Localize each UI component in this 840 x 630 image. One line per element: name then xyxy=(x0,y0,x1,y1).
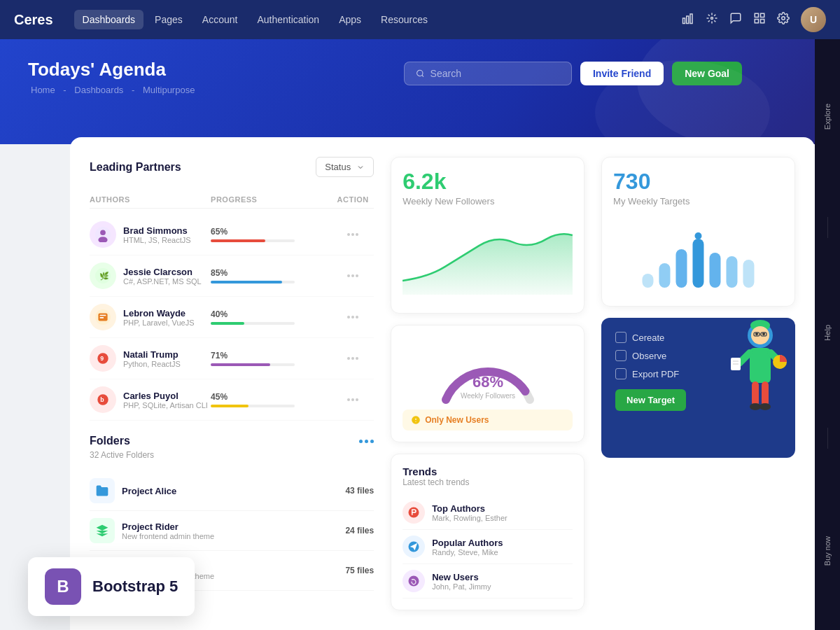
avatar[interactable]: U xyxy=(801,7,826,32)
action-dots[interactable] xyxy=(332,396,374,404)
partner-info: b Carles Puyol PHP, SQLite, Artisan CLI xyxy=(90,386,211,413)
trend-desc: John, Pat, Jimmy xyxy=(432,582,491,591)
right-side-panel: Explore Help Buy now xyxy=(815,39,840,630)
action-dots[interactable] xyxy=(332,354,374,363)
buy-now-label[interactable]: Buy now xyxy=(823,536,832,566)
promo-option-observe: Observe xyxy=(615,350,781,361)
progress-bar-bg xyxy=(211,405,295,407)
progress-bar-bg xyxy=(211,322,295,325)
partner-details: Brad Simmons HTML, JS, ReactJS xyxy=(123,225,191,244)
trend-desc: Mark, Rowling, Esther xyxy=(432,514,507,522)
folders-dots[interactable] xyxy=(359,440,374,443)
breadcrumb-dashboards[interactable]: Dashboards xyxy=(74,85,123,95)
telegram-icon xyxy=(407,540,420,553)
weekly-followers-card: 6.2k Weekly New Followers xyxy=(391,157,584,314)
avatar-icon xyxy=(95,227,111,242)
svg-rect-12 xyxy=(755,13,758,17)
status-label: Status xyxy=(325,162,351,172)
partner-info: 🌿 Jessie Clarcson C#, ASP.NET, MS SQL xyxy=(90,262,211,289)
trends-subtitle: Latest tech trends xyxy=(402,477,573,487)
folder-info: Project Alice xyxy=(90,478,176,503)
trend-desc: Randy, Steve, Mike xyxy=(432,548,503,556)
checkbox-icon xyxy=(615,332,626,343)
promo-option-create: Cereate xyxy=(615,332,781,343)
progress-bar-bg xyxy=(211,239,295,242)
avatar-icon: 9 xyxy=(95,351,111,366)
table-header: Authors Progress Action xyxy=(90,191,374,209)
invite-friend-button[interactable]: Invite Friend xyxy=(580,62,664,85)
folder-files: 75 files xyxy=(345,566,374,575)
search-input[interactable] xyxy=(430,68,560,79)
status-dropdown[interactable]: Status xyxy=(316,157,374,177)
help-label[interactable]: Help xyxy=(823,325,832,341)
warning-icon xyxy=(411,415,421,425)
gauge-wrapper: 68% Weekly Followers xyxy=(402,337,573,407)
search-bar[interactable] xyxy=(404,62,572,85)
breadcrumb: Home - Dashboards - Multipurpose xyxy=(28,85,812,95)
progress-bar-fill xyxy=(211,239,265,242)
search-icon xyxy=(416,69,425,78)
trend-name: Popular Authors xyxy=(432,538,503,548)
nav-item-account[interactable]: Account xyxy=(194,10,246,29)
partner-skills: HTML, JS, ReactJS xyxy=(123,236,191,244)
nav-item-dashboards[interactable]: Dashboards xyxy=(74,10,144,29)
folder-icon xyxy=(90,518,115,543)
leading-partners-title: Leading Partners xyxy=(90,161,181,174)
svg-point-16 xyxy=(782,17,785,20)
svg-rect-26 xyxy=(100,315,106,316)
svg-line-18 xyxy=(422,75,424,76)
nav-item-authentication[interactable]: Authentication xyxy=(248,10,328,29)
nav-item-apps[interactable]: Apps xyxy=(330,10,370,29)
svg-rect-45 xyxy=(693,239,704,288)
action-dots[interactable] xyxy=(332,230,374,239)
svg-rect-0 xyxy=(683,18,685,24)
chevron-down-icon xyxy=(356,163,365,172)
gauge-card: 68% Weekly Followers Only New Users xyxy=(391,325,584,442)
progress-pct: 71% xyxy=(211,351,332,360)
bootstrap-icon: B xyxy=(45,568,81,605)
partner-avatar: 🌿 xyxy=(90,262,116,289)
partner-details: Lebron Wayde PHP, Laravel, VueJS xyxy=(123,308,195,327)
folder-info: Project Rider New frontend admin theme xyxy=(90,518,214,543)
folder-icon xyxy=(90,478,115,503)
grid-icon[interactable] xyxy=(753,12,766,27)
breadcrumb-home[interactable]: Home xyxy=(31,85,55,95)
progress-section: 40% xyxy=(211,309,332,325)
trend-name: Top Authors xyxy=(432,503,507,514)
svg-rect-44 xyxy=(676,249,687,288)
nav-item-pages[interactable]: Pages xyxy=(146,10,191,29)
trend-info: Top Authors Mark, Rowling, Esther xyxy=(432,503,507,522)
new-target-button[interactable]: New Target xyxy=(615,389,686,411)
progress-bar-fill xyxy=(211,322,244,325)
partner-skills: PHP, SQLite, Artisan CLI xyxy=(123,401,208,410)
chat-icon[interactable] xyxy=(729,12,742,27)
list-item: New Users John, Pat, Jimmy xyxy=(402,564,573,598)
svg-point-20 xyxy=(100,230,106,235)
breadcrumb-multipurpose: Multipurpose xyxy=(143,85,195,95)
svg-point-17 xyxy=(417,70,423,76)
middle-column: 6.2k Weekly New Followers xyxy=(391,157,584,616)
svg-point-49 xyxy=(695,232,702,239)
list-item: Popular Authors Randy, Steve, Mike xyxy=(402,530,573,564)
nav-item-resources[interactable]: Resources xyxy=(372,10,436,29)
sparkle-icon[interactable] xyxy=(706,12,718,27)
col-progress: Progress xyxy=(211,195,332,204)
explore-label[interactable]: Explore xyxy=(823,104,832,130)
list-item: Project Rider New frontend admin theme 2… xyxy=(90,511,374,551)
trends-card: Trends Latest tech trends Top Authors Ma… xyxy=(391,454,584,610)
bootstrap-badge: B Bootstrap 5 xyxy=(28,557,195,616)
action-dots[interactable] xyxy=(332,313,374,321)
table-row: Brad Simmons HTML, JS, ReactJS 65% xyxy=(90,214,374,255)
progress-bar-bg xyxy=(211,363,295,366)
divider2 xyxy=(827,428,828,449)
chart-icon[interactable] xyxy=(682,12,694,27)
new-goal-button[interactable]: New Goal xyxy=(672,62,742,85)
avatar-icon: 🌿 xyxy=(95,268,111,284)
partner-info: Lebron Wayde PHP, Laravel, VueJS xyxy=(90,304,211,330)
svg-rect-14 xyxy=(755,20,758,23)
action-dots[interactable] xyxy=(332,272,374,280)
partner-avatar xyxy=(90,221,116,248)
partner-name: Lebron Wayde xyxy=(123,308,195,318)
settings-icon[interactable] xyxy=(777,12,790,27)
header-actions: Invite Friend New Goal xyxy=(404,62,742,85)
